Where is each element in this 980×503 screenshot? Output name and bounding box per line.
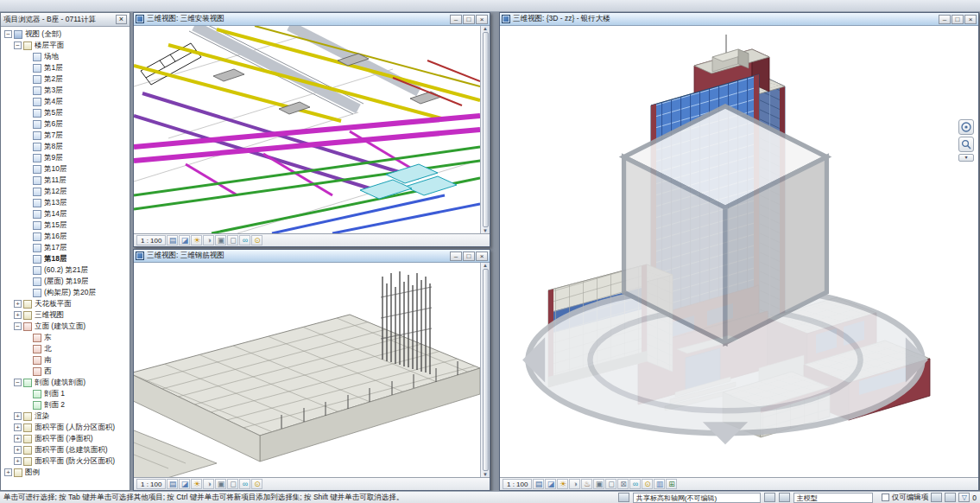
restore-icon[interactable]: □	[952, 15, 964, 24]
editing-requests-icon[interactable]	[764, 493, 775, 502]
tree-item[interactable]: 第10层	[3, 163, 130, 175]
temporary-view-properties-icon[interactable]: ▥	[654, 479, 665, 489]
expand-icon[interactable]: +	[14, 435, 22, 443]
tree-item[interactable]: 第18层	[3, 253, 130, 264]
tree-item[interactable]: (60.2) 第21层	[3, 264, 130, 276]
vertical-scrollbar[interactable]: ▲▼	[480, 26, 490, 233]
crop-view-icon[interactable]: ▣	[215, 479, 226, 489]
crop-view-icon[interactable]: ▣	[215, 235, 226, 245]
detail-level-icon[interactable]: ▤	[533, 479, 544, 489]
expand-icon[interactable]: +	[14, 412, 22, 420]
building-3d-canvas[interactable]: ▾	[500, 26, 978, 477]
shadows-icon[interactable]: ◑	[203, 479, 214, 489]
tree-item[interactable]: 第4层	[3, 96, 130, 107]
tree-item[interactable]: 东	[3, 332, 130, 343]
minimize-icon[interactable]: –	[939, 15, 951, 24]
tree-item[interactable]: 第12层	[3, 186, 130, 197]
design-option-field[interactable]: 主模型	[793, 493, 873, 503]
close-icon[interactable]: ×	[476, 252, 488, 261]
navbar-chevron-icon[interactable]: ▾	[958, 154, 974, 162]
tree-item[interactable]: 第11层	[3, 175, 130, 186]
tree-item[interactable]: 第5层	[3, 107, 130, 118]
tree-item[interactable]: +天花板平面	[3, 298, 130, 309]
tree-item[interactable]: (屋面) 第19层	[3, 276, 130, 287]
reveal-hidden-elements-icon[interactable]: ⊙	[642, 479, 653, 489]
close-icon[interactable]: ×	[116, 15, 127, 24]
shadows-icon[interactable]: ◑	[569, 479, 580, 489]
close-icon[interactable]: ×	[476, 15, 488, 24]
scrollbar-thumb[interactable]	[483, 32, 489, 227]
vertical-scrollbar[interactable]: ▲▼	[480, 263, 490, 477]
tree-item[interactable]: 第9层	[3, 152, 130, 163]
tree-item[interactable]: 第6层	[3, 118, 130, 130]
tree-item[interactable]: 第8层	[3, 141, 130, 152]
tree-item[interactable]: (构架层) 第20层	[3, 287, 130, 298]
detail-level-icon[interactable]: ▤	[167, 235, 178, 245]
collapse-icon[interactable]: −	[14, 379, 22, 386]
tree-item[interactable]: +面积平面 (总建筑面积)	[3, 444, 130, 455]
tree-item[interactable]: 场地	[3, 51, 130, 62]
detail-level-icon[interactable]: ▤	[167, 479, 178, 489]
restore-icon[interactable]: □	[463, 252, 475, 261]
tree-item[interactable]: 第17层	[3, 242, 130, 253]
visual-style-icon[interactable]: ◪	[179, 479, 190, 489]
temporary-hide-isolate-icon[interactable]: ∞	[239, 235, 250, 245]
viewcube[interactable]	[500, 33, 964, 477]
expand-icon[interactable]: +	[14, 300, 22, 308]
tree-item[interactable]: +图例	[3, 467, 130, 478]
temporary-hide-isolate-icon[interactable]: ∞	[629, 479, 641, 489]
window-titlebar[interactable]: 三维视图: {3D - zz} - 银行大楼 – □ ×	[500, 13, 978, 26]
render-dialog-icon[interactable]: ♨	[581, 479, 592, 489]
reveal-hidden-elements-icon[interactable]: ⊙	[251, 479, 262, 489]
sun-path-icon[interactable]: ☀	[191, 479, 202, 489]
scrollbar-thumb[interactable]	[483, 269, 489, 471]
tree-item[interactable]: +面积平面 (人防分区面积)	[3, 422, 130, 433]
worksets-icon[interactable]	[618, 493, 629, 502]
active-workset-field[interactable]: 共享标高和轴网(不可编辑)	[633, 493, 761, 503]
selection-filter-icon[interactable]: ▽	[958, 493, 970, 502]
editable-only-checkbox[interactable]	[882, 493, 889, 501]
rebar-3d-canvas[interactable]	[134, 263, 480, 477]
steering-wheel-icon[interactable]	[958, 119, 974, 135]
expand-icon[interactable]: +	[14, 311, 22, 319]
reveal-constraints-icon[interactable]: ⊞	[666, 479, 677, 489]
tree-item[interactable]: −剖面 (建筑剖面)	[3, 377, 130, 388]
tree-item[interactable]: 第2层	[3, 73, 130, 85]
exclude-options-icon[interactable]	[931, 493, 942, 502]
visual-style-icon[interactable]: ◪	[179, 235, 190, 245]
sun-path-icon[interactable]: ☀	[557, 479, 568, 489]
expand-icon[interactable]: +	[14, 457, 22, 465]
view-window-building[interactable]: 三维视图: {3D - zz} - 银行大楼 – □ ×	[499, 12, 979, 491]
collapse-icon[interactable]: −	[4, 30, 12, 38]
tree-item[interactable]: +渲染	[3, 411, 130, 422]
collapse-icon[interactable]: −	[14, 322, 22, 330]
press-drag-icon[interactable]	[945, 493, 956, 502]
view-window-rebar[interactable]: 三维视图: 三维钢筋视图 – □ ×	[133, 249, 490, 491]
tree-item[interactable]: 第16层	[3, 231, 130, 242]
expand-icon[interactable]: +	[14, 446, 22, 454]
zoom-icon[interactable]	[958, 137, 974, 152]
reveal-hidden-elements-icon[interactable]: ⊙	[251, 235, 262, 245]
tree-item[interactable]: 第13层	[3, 197, 130, 208]
shadows-icon[interactable]: ◑	[203, 235, 214, 245]
project-browser-titlebar[interactable]: 项目浏览器 - B座 - 0711计算 ×	[1, 13, 130, 27]
view-scale-button[interactable]: 1 : 100	[503, 479, 532, 489]
tree-item[interactable]: −视图 (全部)	[3, 29, 130, 40]
tree-item[interactable]: −立面 (建筑立面)	[3, 321, 130, 332]
restore-icon[interactable]: □	[463, 15, 475, 24]
temporary-hide-isolate-icon[interactable]: ∞	[239, 479, 250, 489]
tree-item[interactable]: +三维视图	[3, 309, 130, 321]
view-scale-button[interactable]: 1 : 100	[136, 235, 166, 245]
minimize-icon[interactable]: –	[450, 15, 462, 24]
crop-view-icon[interactable]: ▣	[593, 479, 604, 489]
mep-3d-canvas[interactable]	[134, 26, 480, 233]
tree-item[interactable]: +面积平面 (防火分区面积)	[3, 455, 130, 467]
show-crop-region-icon[interactable]: ◻	[227, 479, 238, 489]
tree-item[interactable]: 第3层	[3, 85, 130, 96]
tree-item[interactable]: 北	[3, 343, 130, 354]
tree-item[interactable]: 第14层	[3, 208, 130, 220]
view-window-mep[interactable]: 三维视图: 三维安装视图 – □ ×	[133, 12, 490, 247]
show-crop-region-icon[interactable]: ◻	[227, 235, 238, 245]
tree-item[interactable]: 第1层	[3, 62, 130, 73]
visual-style-icon[interactable]: ◪	[545, 479, 556, 489]
